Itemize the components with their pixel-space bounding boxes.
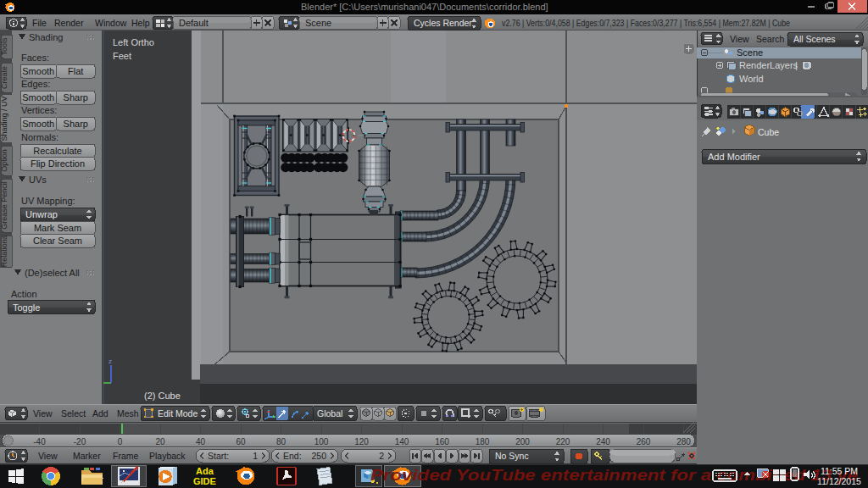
svg-text:Smooth: Smooth [22,119,54,129]
svg-text:280: 280 [676,437,691,446]
svg-text:220: 220 [556,437,570,446]
svg-text:60: 60 [236,437,246,446]
svg-text:No Sync: No Sync [495,451,529,461]
svg-text:Shading / UV: Shading / UV [0,96,8,141]
svg-text:200: 200 [515,437,530,446]
svg-text:Cycles Render: Cycles Render [414,18,472,28]
svg-text:Option: Option [0,149,8,172]
svg-text:Add: Add [92,408,108,419]
svg-text:40: 40 [196,437,206,446]
svg-text:Ada: Ada [196,466,214,476]
svg-text:-40: -40 [33,437,46,446]
svg-text:Left Ortho: Left Ortho [113,37,154,47]
svg-text:Playback: Playback [149,451,186,461]
svg-text:11/12/2015: 11/12/2015 [817,476,861,486]
svg-text:240: 240 [596,437,610,446]
svg-text:Edit Mode: Edit Mode [158,408,198,419]
svg-text:z: z [108,358,112,365]
svg-text:Normals:: Normals: [21,132,58,142]
svg-text:Sharp: Sharp [64,119,88,129]
svg-text:Mesh: Mesh [117,408,139,419]
svg-text:Help: Help [131,18,150,28]
svg-text:Flip Direction: Flip Direction [31,158,85,169]
svg-text:Faces:: Faces: [21,53,49,63]
svg-text:Marker: Marker [73,451,101,461]
svg-text:260: 260 [637,437,651,446]
svg-text:RenderLayers: RenderLayers [739,60,798,70]
svg-text:Scene: Scene [737,47,763,58]
svg-text:Sharp: Sharp [64,92,88,103]
svg-text:UVs: UVs [29,175,47,185]
svg-text:Select: Select [61,408,86,419]
svg-text:GIDE: GIDE [193,476,216,486]
svg-text:(De)select All: (De)select All [25,268,80,278]
svg-text:Feet: Feet [113,51,131,61]
svg-text:Window: Window [95,18,127,28]
svg-text:-20: -20 [74,437,86,446]
svg-text:View: View [730,34,749,44]
svg-text:Vertices:: Vertices: [21,105,57,115]
svg-text:Relations: Relations [0,235,8,267]
svg-text:Edges:: Edges: [21,79,50,89]
svg-text:100: 100 [314,437,329,446]
svg-text:Scene: Scene [305,18,331,28]
svg-text:All Scenes: All Scenes [793,34,836,44]
svg-text:80: 80 [276,437,287,446]
svg-text:UV Mapping:: UV Mapping: [21,196,75,206]
svg-text:140: 140 [395,437,409,446]
svg-text:End:: End: [283,451,302,461]
svg-text:Recalculate: Recalculate [33,146,81,156]
svg-text:View: View [33,408,53,419]
svg-text:Search: Search [756,34,784,44]
svg-text:Clear Seam: Clear Seam [33,236,82,246]
svg-text:Start:: Start: [208,451,229,461]
svg-text:120: 120 [354,437,369,446]
svg-text:20: 20 [155,437,165,446]
svg-text:2: 2 [379,451,384,461]
svg-text:Action: Action [11,289,37,299]
svg-text:Create: Create [0,66,8,89]
svg-text:Global: Global [317,408,342,419]
svg-text:Flat: Flat [68,66,83,76]
svg-text:Grease Pencil: Grease Pencil [0,181,8,230]
svg-text:Unwrap: Unwrap [25,209,58,219]
svg-text:Shading: Shading [29,32,63,42]
svg-text:Blender* [C:\Users\murishani04: Blender* [C:\Users\murishani047\Document… [301,2,548,12]
svg-text:Toggle: Toggle [13,302,40,313]
svg-text:1: 1 [253,451,258,461]
svg-text:Smooth: Smooth [22,92,54,103]
svg-text:World: World [739,74,764,84]
svg-text:Tools: Tools [0,37,8,56]
svg-text:0: 0 [118,437,123,446]
svg-text:File: File [32,18,47,28]
svg-text:Frame: Frame [113,451,138,461]
svg-text:11:55 PM: 11:55 PM [821,466,858,476]
svg-text:Add Modifier: Add Modifier [708,152,760,162]
svg-text:250: 250 [311,451,326,461]
svg-text:Default: Default [179,18,209,28]
svg-text:View: View [38,451,58,461]
svg-text:|: | [795,60,798,70]
svg-text:180: 180 [476,437,490,446]
svg-text:v2.76 | Verts:0/4,058 | Edges:: v2.76 | Verts:0/4,058 | Edges:0/7,323 | … [502,18,790,28]
svg-text:Mark Seam: Mark Seam [34,223,81,233]
svg-text:(2) Cube: (2) Cube [144,391,181,401]
svg-text:160: 160 [435,437,449,446]
svg-text:Smooth: Smooth [22,66,54,76]
svg-text:Render: Render [54,18,84,28]
svg-text:Cube: Cube [758,127,779,137]
